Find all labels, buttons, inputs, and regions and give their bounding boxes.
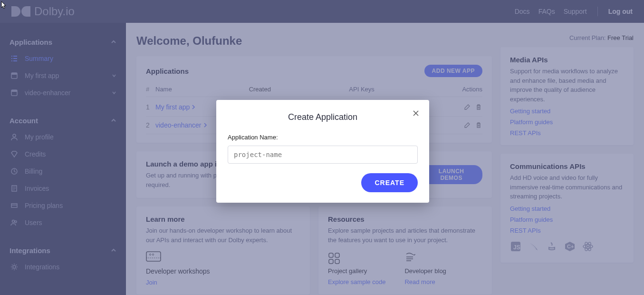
create-application-modal: Create Application Application Name: CRE… — [216, 100, 429, 203]
close-icon[interactable] — [412, 109, 420, 119]
application-name-input[interactable] — [228, 146, 418, 164]
modal-title: Create Application — [228, 112, 418, 122]
create-button[interactable]: CREATE — [361, 173, 418, 192]
application-name-label: Application Name: — [228, 134, 418, 141]
